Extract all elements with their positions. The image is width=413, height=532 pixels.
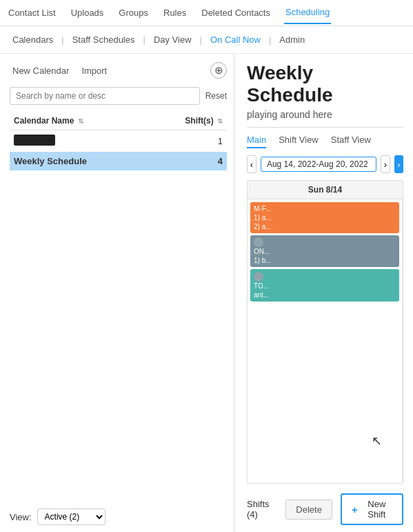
shift-card-teal[interactable]: TO... ant...: [250, 269, 399, 301]
new-shift-button[interactable]: + New Shift: [341, 493, 403, 525]
sub-nav: Calendars | Staff Schedules | Day View |…: [0, 26, 413, 54]
topnav-contact-list[interactable]: Contact List: [7, 2, 57, 23]
plus-icon: +: [352, 504, 358, 515]
add-circle-button[interactable]: ⊕: [210, 62, 227, 79]
delete-button[interactable]: Delete: [285, 500, 332, 520]
main-layout: New Calendar Import ⊕ Reset Calendar Nam…: [0, 54, 413, 532]
sort-name-icon: ⇅: [78, 117, 83, 125]
calendar-table: Calendar Name ⇅ Shift(s) ⇅ 1: [10, 112, 227, 170]
nav-blue-button[interactable]: ›: [394, 155, 403, 173]
topnav-rules[interactable]: Rules: [162, 2, 188, 23]
shift-card-line-1: ON...: [254, 247, 396, 256]
avatar: [254, 272, 263, 282]
right-arrow-icon: ›: [384, 159, 387, 170]
calendar-header-row: Sun 8/14: [248, 181, 403, 199]
bottom-bar: Shifts (4) Delete + New Shift: [247, 491, 403, 525]
search-row: Reset: [10, 87, 227, 105]
tab-staff-view[interactable]: Staff View: [331, 135, 371, 148]
subnav-admin[interactable]: Admin: [276, 32, 308, 48]
topnav-deleted-contacts[interactable]: Deleted Contacts: [200, 2, 272, 23]
calendar-body: M-F... 1) a... 2) a... ON... 1) b... TO.…: [248, 199, 403, 483]
table-row[interactable]: Weekly Schedule 4: [10, 152, 227, 170]
cal-name-cell-selected: Weekly Schedule: [10, 152, 148, 170]
page-title: Weekly Schedule: [247, 62, 403, 106]
cal-shifts-cell: 1: [148, 130, 227, 152]
date-nav: ‹ › ›: [247, 155, 403, 173]
subnav-staff-schedules[interactable]: Staff Schedules: [70, 32, 138, 48]
right-panel: Weekly Schedule playing around here Main…: [234, 54, 413, 532]
next-date-button[interactable]: ›: [381, 155, 390, 173]
shift-card-blue-gray[interactable]: ON... 1) b...: [250, 235, 399, 267]
sub-nav-sep-2: |: [143, 35, 145, 45]
left-panel-header: New Calendar Import ⊕: [10, 62, 227, 79]
left-footer: View: Active (2) All Inactive: [10, 502, 227, 525]
import-button[interactable]: Import: [79, 64, 110, 77]
cal-shifts-cell-selected: 4: [148, 152, 227, 170]
sort-shifts-icon: ⇅: [217, 117, 223, 125]
cal-header-sun: Sun 8/14: [248, 181, 403, 199]
shifts-count: Shifts (4): [247, 499, 277, 520]
left-arrow-icon: ‹: [250, 159, 253, 170]
shift-card-line-2: 1) b...: [254, 256, 396, 265]
cal-name-cell: [10, 130, 148, 152]
tab-main[interactable]: Main: [247, 135, 266, 148]
shift-card-orange[interactable]: M-F... 1) a... 2) a...: [250, 202, 399, 233]
view-tabs: Main Shift View Staff View: [247, 135, 403, 148]
search-input[interactable]: [10, 87, 200, 105]
cal-col-sun: M-F... 1) a... 2) a... ON... 1) b... TO.…: [248, 199, 403, 483]
calendar-area: Sun 8/14 M-F... 1) a... 2) a... ON... 1)…: [247, 180, 403, 484]
view-label: View:: [10, 512, 32, 522]
table-row[interactable]: 1: [10, 130, 227, 152]
date-range-input[interactable]: [261, 157, 376, 172]
reset-button[interactable]: Reset: [205, 91, 227, 101]
view-select[interactable]: Active (2) All Inactive: [37, 509, 105, 525]
shift-card-line-1: M-F...: [254, 204, 396, 213]
sub-nav-sep-4: |: [269, 35, 271, 45]
shift-card-line-1: TO...: [254, 282, 396, 290]
shift-card-line-2: 1) a...: [254, 213, 396, 222]
cal-name-box: [14, 135, 55, 146]
circle-plus-icon: ⊕: [214, 64, 223, 77]
avatar: [254, 237, 263, 247]
shift-card-line-3: 2) a...: [254, 222, 396, 231]
new-shift-label: New Shift: [361, 499, 392, 520]
topnav-groups[interactable]: Groups: [117, 2, 150, 23]
divider: [247, 127, 403, 128]
blue-arrow-icon: ›: [397, 159, 400, 170]
shift-card-line-2: ant...: [254, 290, 396, 299]
subnav-calendars[interactable]: Calendars: [10, 32, 56, 48]
prev-date-button[interactable]: ‹: [247, 155, 256, 173]
top-nav: Contact List Uploads Groups Rules Delete…: [0, 0, 413, 26]
subnav-on-call-now[interactable]: On Call Now: [208, 32, 263, 48]
col-shifts: Shift(s) ⇅: [148, 112, 227, 130]
subnav-day-view[interactable]: Day View: [151, 32, 194, 48]
topnav-uploads[interactable]: Uploads: [70, 2, 105, 23]
tab-shift-view[interactable]: Shift View: [279, 135, 319, 148]
sub-nav-sep-3: |: [200, 35, 202, 45]
new-calendar-button[interactable]: New Calendar: [10, 64, 72, 77]
sub-nav-sep-1: |: [61, 35, 63, 45]
col-calendar-name: Calendar Name ⇅: [10, 112, 148, 130]
left-panel: New Calendar Import ⊕ Reset Calendar Nam…: [0, 54, 234, 532]
topnav-scheduling[interactable]: Scheduling: [284, 1, 331, 24]
page-subtitle: playing around here: [247, 109, 403, 120]
